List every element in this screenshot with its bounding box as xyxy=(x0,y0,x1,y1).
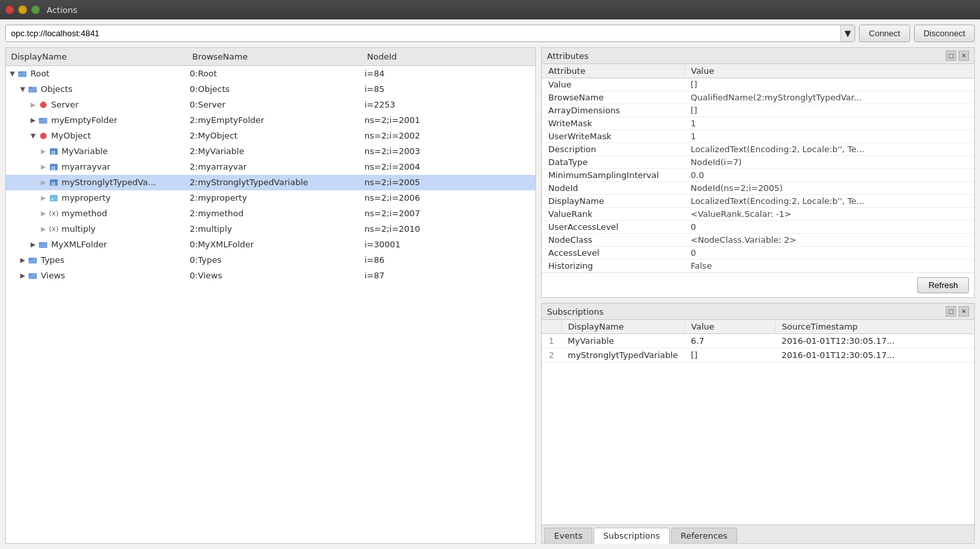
attr-value: [] xyxy=(684,104,974,117)
expand-icon[interactable]: ▶ xyxy=(39,194,47,202)
attributes-title: Attributes xyxy=(547,51,588,61)
titlebar: Actions xyxy=(0,0,980,19)
tree-row[interactable]: ▼Root0:Rooti=84 xyxy=(6,66,535,82)
tree-cell-browsename: 2:myStronglytTypedVariable xyxy=(187,177,362,187)
attributes-icon1[interactable]: □ xyxy=(946,50,956,61)
expand-icon[interactable]: ▶ xyxy=(39,210,47,218)
tree-node-name: Root xyxy=(30,69,49,78)
tree-row[interactable]: ▶Views0:Viewsi=87 xyxy=(6,268,535,284)
tree-row[interactable]: ▶(x)multiply2:multiplyns=2;i=2010 xyxy=(6,221,535,237)
expand-icon[interactable]: ▼ xyxy=(29,132,37,140)
expand-icon[interactable]: ▶ xyxy=(39,148,47,155)
tree-row[interactable]: ▼MyObject2:MyObjectns=2;i=2002 xyxy=(6,128,535,144)
attr-row[interactable]: UserWriteMask1 xyxy=(542,130,974,143)
attr-row[interactable]: AccessLevel0 xyxy=(542,247,974,260)
node-icon xyxy=(38,115,49,126)
tree-row[interactable]: ▶▤MyVariable2:MyVariablens=2;i=2003 xyxy=(6,144,535,159)
subscriptions-icon1[interactable]: □ xyxy=(946,306,956,317)
attr-row[interactable]: BrowseNameQualifiedName(2:myStronglytTyp… xyxy=(542,91,974,104)
attr-name: DisplayName xyxy=(542,195,684,208)
url-dropdown-button[interactable]: ▼ xyxy=(840,25,854,41)
sub-row[interactable]: 1MyVariable6.72016-01-01T12:30:05.17... xyxy=(542,334,974,348)
tree-row[interactable]: ▶▤myStronglytTypedVa...2:myStronglytType… xyxy=(6,175,535,190)
sub-col-displayname: DisplayName xyxy=(561,320,684,334)
tree-cell-browsename: 2:myproperty xyxy=(187,193,362,203)
tree-cell-browsename: 0:Views xyxy=(187,271,362,280)
sub-displayname: MyVariable xyxy=(561,334,684,348)
expand-icon[interactable]: ▶ xyxy=(29,101,37,109)
expand-icon[interactable]: ▼ xyxy=(8,70,16,78)
sub-timestamp: 2016-01-01T12:30:05.17... xyxy=(775,348,974,363)
close-button[interactable] xyxy=(5,5,14,14)
tree-row[interactable]: ▶▤myarrayvar2:myarrayvarns=2;i=2004 xyxy=(6,159,535,175)
tree-cell-nodeid: ns=2;i=2007 xyxy=(362,208,535,218)
attr-row[interactable]: ValueRank<ValueRank.Scalar: -1> xyxy=(542,208,974,221)
disconnect-button[interactable]: Disconnect xyxy=(914,25,975,42)
tree-cell-nodeid: ns=2;i=2010 xyxy=(362,224,535,234)
node-icon xyxy=(28,271,38,281)
attr-row[interactable]: DataTypeNodeId(i=7) xyxy=(542,156,974,169)
tree-node-name: Server xyxy=(51,100,79,109)
maximize-button[interactable] xyxy=(31,5,40,14)
tree-cell-browsename: 2:myarrayvar xyxy=(187,162,362,172)
tree-row[interactable]: ▼Objects0:Objectsi=85 xyxy=(6,82,535,97)
attr-row[interactable]: DisplayNameLocalizedText(Encoding:2, Loc… xyxy=(542,195,974,208)
svg-rect-19 xyxy=(28,274,32,275)
attr-name: Description xyxy=(542,143,684,156)
connect-button[interactable]: Connect xyxy=(859,25,909,42)
tree-row[interactable]: ▶(x)mymethod2:mymethodns=2;i=2007 xyxy=(6,206,535,221)
minimize-button[interactable] xyxy=(18,5,27,14)
tree-cell-nodeid: i=86 xyxy=(362,255,535,265)
expand-icon[interactable]: ▶ xyxy=(39,163,47,171)
node-icon xyxy=(28,255,38,265)
tree-body: ▼Root0:Rooti=84▼Objects0:Objectsi=85▶Ser… xyxy=(6,66,535,543)
tree-row[interactable]: ▶Types0:Typesi=86 xyxy=(6,252,535,268)
expand-icon[interactable]: ▶ xyxy=(19,256,27,264)
node-icon xyxy=(38,131,49,141)
tree-row[interactable]: ▶myEmptyFolder2:myEmptyFolderns=2;i=2001 xyxy=(6,113,535,128)
sub-num: 1 xyxy=(542,334,561,348)
sub-value: [] xyxy=(684,348,775,363)
attr-row[interactable]: NodeClass<NodeClass.Variable: 2> xyxy=(542,234,974,247)
attributes-table: Attribute Value Value[]BrowseNameQualifi… xyxy=(542,64,974,273)
attr-row[interactable]: NodeIdNodeId(ns=2;i=2005) xyxy=(542,182,974,195)
attributes-header-icons: □ ✕ xyxy=(946,50,969,61)
expand-icon[interactable]: ▶ xyxy=(19,272,27,280)
sub-row[interactable]: 2myStronglytTypedVariable[]2016-01-01T12… xyxy=(542,348,974,363)
attr-row[interactable]: WriteMask1 xyxy=(542,117,974,130)
tree-row[interactable]: ▶Server0:Serveri=2253 xyxy=(6,97,535,113)
tab-subscriptions[interactable]: Subscriptions xyxy=(594,528,670,544)
subscriptions-header: Subscriptions □ ✕ xyxy=(542,304,974,320)
svg-text:▤: ▤ xyxy=(51,150,56,155)
attr-row[interactable]: ArrayDimensions[] xyxy=(542,104,974,117)
attributes-icon2[interactable]: ✕ xyxy=(959,50,969,61)
expand-icon[interactable]: ▶ xyxy=(29,241,37,249)
tree-node-name: Objects xyxy=(41,84,72,94)
tree-cell-browsename: 2:MyVariable xyxy=(187,146,362,156)
tree-row[interactable]: ▶≡myproperty2:mypropertyns=2;i=2006 xyxy=(6,190,535,206)
node-icon: (x) xyxy=(49,208,59,219)
refresh-button[interactable]: Refresh xyxy=(917,277,969,293)
attr-row[interactable]: HistorizingFalse xyxy=(542,260,974,273)
tree-cell-browsename: 0:Types xyxy=(187,255,362,265)
tree-node-name: myarrayvar xyxy=(61,162,110,172)
expand-icon[interactable]: ▼ xyxy=(19,85,27,93)
expand-icon[interactable]: ▶ xyxy=(29,117,37,124)
attr-row[interactable]: UserAccessLevel0 xyxy=(542,221,974,234)
attr-row[interactable]: Value[] xyxy=(542,78,974,91)
attr-value: <NodeClass.Variable: 2> xyxy=(684,234,974,247)
attributes-panel: Attributes □ ✕ Attribute Value xyxy=(541,47,975,298)
expand-icon[interactable]: ▶ xyxy=(39,225,47,233)
tab-events[interactable]: Events xyxy=(544,528,592,543)
expand-icon[interactable]: ▶ xyxy=(39,179,47,186)
subscriptions-icon2[interactable]: ✕ xyxy=(959,306,969,317)
url-input[interactable] xyxy=(6,25,840,41)
tree-cell-browsename: 0:Objects xyxy=(187,84,362,94)
tab-references[interactable]: References xyxy=(671,528,737,543)
attr-row[interactable]: MinimumSamplingInterval0.0 xyxy=(542,169,974,182)
content-area: DisplayName BrowseName NodeId ▼Root0:Roo… xyxy=(5,47,975,544)
attr-value: False xyxy=(684,260,974,273)
attr-row[interactable]: DescriptionLocalizedText(Encoding:2, Loc… xyxy=(542,143,974,156)
tree-row[interactable]: ▶MyXMLFolder0:MyXMLFolderi=30001 xyxy=(6,237,535,252)
attr-name: UserAccessLevel xyxy=(542,221,684,234)
